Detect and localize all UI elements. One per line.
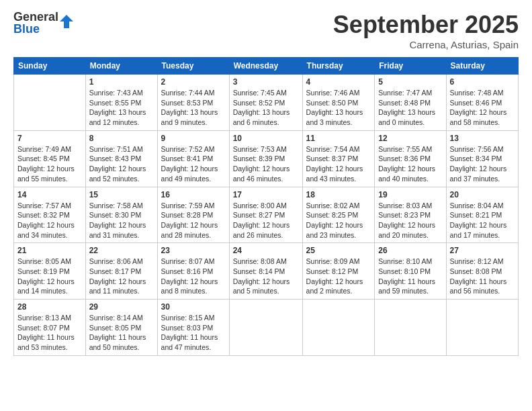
calendar-week-row: 1Sunrise: 7:43 AM Sunset: 8:55 PM Daylig… (14, 75, 519, 131)
day-info: Sunrise: 8:13 AM Sunset: 8:07 PM Dayligh… (17, 313, 82, 353)
table-row: 22Sunrise: 8:06 AM Sunset: 8:17 PM Dayli… (85, 243, 157, 300)
table-row: 24Sunrise: 8:08 AM Sunset: 8:14 PM Dayli… (229, 243, 302, 300)
day-number: 20 (450, 190, 515, 199)
day-info: Sunrise: 8:09 AM Sunset: 8:12 PM Dayligh… (306, 257, 371, 296)
day-info: Sunrise: 7:55 AM Sunset: 8:36 PM Dayligh… (378, 144, 442, 184)
day-number: 1 (89, 77, 154, 87)
day-info: Sunrise: 8:14 AM Sunset: 8:05 PM Dayligh… (89, 313, 154, 353)
day-number: 12 (378, 134, 442, 143)
day-number: 21 (17, 246, 82, 255)
day-number: 25 (306, 246, 371, 255)
logo-general-text: General (13, 11, 58, 23)
table-row: 9Sunrise: 7:52 AM Sunset: 8:41 PM Daylig… (157, 130, 229, 187)
table-row (446, 300, 518, 356)
day-number: 2 (161, 77, 226, 87)
header-wednesday: Wednesday (229, 58, 302, 75)
table-row: 29Sunrise: 8:14 AM Sunset: 8:05 PM Dayli… (85, 300, 157, 356)
day-info: Sunrise: 8:15 AM Sunset: 8:03 PM Dayligh… (161, 313, 226, 353)
header-monday: Monday (85, 58, 157, 75)
table-row: 12Sunrise: 7:55 AM Sunset: 8:36 PM Dayli… (375, 130, 446, 187)
table-row: 5Sunrise: 7:47 AM Sunset: 8:48 PM Daylig… (375, 75, 446, 131)
day-info: Sunrise: 8:06 AM Sunset: 8:17 PM Dayligh… (89, 257, 154, 296)
table-row (229, 300, 302, 356)
day-number: 14 (17, 190, 82, 199)
table-row (14, 75, 86, 131)
day-number: 16 (161, 190, 226, 199)
day-number: 8 (89, 134, 154, 143)
day-number: 17 (233, 190, 299, 199)
day-number: 30 (161, 302, 226, 312)
day-info: Sunrise: 8:00 AM Sunset: 8:27 PM Dayligh… (233, 201, 299, 240)
table-row: 25Sunrise: 8:09 AM Sunset: 8:12 PM Dayli… (302, 243, 375, 300)
calendar-table: Sunday Monday Tuesday Wednesday Thursday… (13, 57, 519, 356)
day-info: Sunrise: 7:48 AM Sunset: 8:46 PM Dayligh… (450, 88, 515, 128)
day-info: Sunrise: 8:08 AM Sunset: 8:14 PM Dayligh… (233, 257, 299, 296)
day-number: 29 (89, 302, 154, 312)
logo: General Blue (13, 11, 73, 35)
day-info: Sunrise: 7:56 AM Sunset: 8:34 PM Dayligh… (450, 144, 515, 184)
table-row: 13Sunrise: 7:56 AM Sunset: 8:34 PM Dayli… (446, 130, 518, 187)
day-number: 24 (233, 246, 299, 255)
calendar-week-row: 28Sunrise: 8:13 AM Sunset: 8:07 PM Dayli… (14, 300, 519, 356)
day-info: Sunrise: 7:47 AM Sunset: 8:48 PM Dayligh… (378, 88, 442, 128)
day-number: 5 (378, 77, 442, 87)
header-friday: Friday (375, 58, 446, 75)
day-number: 15 (89, 190, 154, 199)
day-number: 7 (17, 134, 82, 143)
day-info: Sunrise: 7:44 AM Sunset: 8:53 PM Dayligh… (161, 88, 226, 128)
day-info: Sunrise: 8:03 AM Sunset: 8:23 PM Dayligh… (378, 201, 442, 240)
table-row: 3Sunrise: 7:45 AM Sunset: 8:52 PM Daylig… (229, 75, 302, 131)
location: Carrena, Asturias, Spain (333, 39, 519, 50)
table-row: 14Sunrise: 7:57 AM Sunset: 8:32 PM Dayli… (14, 187, 86, 243)
day-number: 6 (450, 77, 515, 87)
calendar-week-row: 7Sunrise: 7:49 AM Sunset: 8:45 PM Daylig… (14, 130, 519, 187)
day-number: 26 (378, 246, 442, 255)
day-info: Sunrise: 7:58 AM Sunset: 8:30 PM Dayligh… (89, 201, 154, 240)
table-row: 30Sunrise: 8:15 AM Sunset: 8:03 PM Dayli… (157, 300, 229, 356)
day-info: Sunrise: 8:02 AM Sunset: 8:25 PM Dayligh… (306, 201, 371, 240)
table-row: 17Sunrise: 8:00 AM Sunset: 8:27 PM Dayli… (229, 187, 302, 243)
day-number: 23 (161, 246, 226, 255)
day-number: 4 (306, 77, 371, 87)
calendar-header-row: Sunday Monday Tuesday Wednesday Thursday… (14, 58, 519, 75)
table-row: 10Sunrise: 7:53 AM Sunset: 8:39 PM Dayli… (229, 130, 302, 187)
day-info: Sunrise: 7:49 AM Sunset: 8:45 PM Dayligh… (17, 144, 82, 184)
table-row: 28Sunrise: 8:13 AM Sunset: 8:07 PM Dayli… (14, 300, 86, 356)
day-info: Sunrise: 8:04 AM Sunset: 8:21 PM Dayligh… (450, 201, 515, 240)
table-row: 26Sunrise: 8:10 AM Sunset: 8:10 PM Dayli… (375, 243, 446, 300)
day-number: 19 (378, 190, 442, 199)
svg-marker-0 (60, 15, 73, 28)
table-row (302, 300, 375, 356)
day-info: Sunrise: 7:43 AM Sunset: 8:55 PM Dayligh… (89, 88, 154, 128)
day-info: Sunrise: 7:51 AM Sunset: 8:43 PM Dayligh… (89, 144, 154, 184)
day-number: 13 (450, 134, 515, 143)
day-info: Sunrise: 7:54 AM Sunset: 8:37 PM Dayligh… (306, 144, 371, 184)
table-row (375, 300, 446, 356)
day-info: Sunrise: 8:10 AM Sunset: 8:10 PM Dayligh… (378, 257, 442, 296)
day-number: 3 (233, 77, 299, 87)
calendar-week-row: 21Sunrise: 8:05 AM Sunset: 8:19 PM Dayli… (14, 243, 519, 300)
day-info: Sunrise: 7:59 AM Sunset: 8:28 PM Dayligh… (161, 201, 226, 240)
logo-blue-text: Blue (13, 23, 58, 35)
table-row: 20Sunrise: 8:04 AM Sunset: 8:21 PM Dayli… (446, 187, 518, 243)
day-number: 18 (306, 190, 371, 199)
header-thursday: Thursday (302, 58, 375, 75)
day-info: Sunrise: 8:07 AM Sunset: 8:16 PM Dayligh… (161, 257, 226, 296)
day-number: 10 (233, 134, 299, 143)
day-number: 11 (306, 134, 371, 143)
header: General Blue September 2025 Carrena, Ast… (13, 11, 519, 50)
header-saturday: Saturday (446, 58, 518, 75)
table-row: 27Sunrise: 8:12 AM Sunset: 8:08 PM Dayli… (446, 243, 518, 300)
table-row: 2Sunrise: 7:44 AM Sunset: 8:53 PM Daylig… (157, 75, 229, 131)
title-block: September 2025 Carrena, Asturias, Spain (333, 11, 519, 50)
day-number: 28 (17, 302, 82, 312)
day-number: 9 (161, 134, 226, 143)
table-row: 1Sunrise: 7:43 AM Sunset: 8:55 PM Daylig… (85, 75, 157, 131)
day-info: Sunrise: 7:53 AM Sunset: 8:39 PM Dayligh… (233, 144, 299, 184)
table-row: 18Sunrise: 8:02 AM Sunset: 8:25 PM Dayli… (302, 187, 375, 243)
table-row: 6Sunrise: 7:48 AM Sunset: 8:46 PM Daylig… (446, 75, 518, 131)
table-row: 4Sunrise: 7:46 AM Sunset: 8:50 PM Daylig… (302, 75, 375, 131)
month-title: September 2025 (333, 11, 519, 39)
table-row: 8Sunrise: 7:51 AM Sunset: 8:43 PM Daylig… (85, 130, 157, 187)
day-number: 27 (450, 246, 515, 255)
